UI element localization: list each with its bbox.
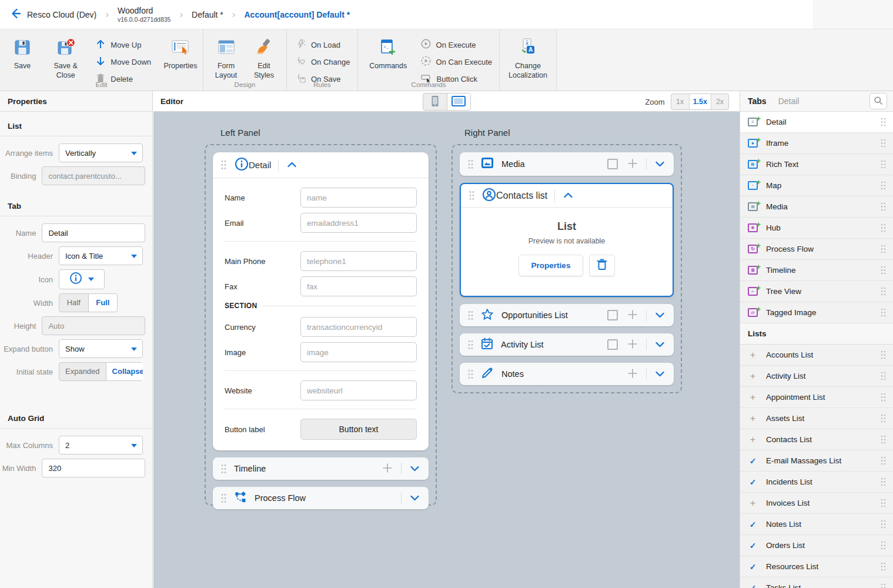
drag-handle-icon[interactable]	[881, 266, 886, 275]
tab-item[interactable]: ✳ + Hub	[740, 218, 893, 239]
expand-button[interactable]	[653, 338, 667, 352]
select-checkbox[interactable]	[607, 310, 618, 320]
tab-item[interactable]: ▱ + Tagged Image	[740, 302, 893, 323]
back-button[interactable]	[5, 4, 26, 25]
list-item[interactable]: + Activity List	[740, 366, 893, 387]
contacts-delete-button[interactable]	[589, 255, 615, 276]
collapse-button[interactable]	[285, 158, 299, 172]
notes-card[interactable]: Notes	[460, 363, 674, 385]
initial-state-expanded[interactable]: Expanded	[59, 362, 106, 381]
properties-button[interactable]: Properties	[163, 35, 198, 74]
max-columns-select[interactable]: 2	[59, 436, 143, 455]
breadcrumb-item[interactable]: Default *	[192, 10, 223, 19]
expand-button[interactable]	[653, 157, 667, 171]
list-item[interactable]: + Appointment List	[740, 387, 893, 408]
drag-handle-icon[interactable]	[221, 160, 226, 170]
contacts-list-card[interactable]: Contacts list List Preview is not availa…	[460, 183, 674, 297]
tabs-search-input[interactable]: Detail	[778, 96, 869, 106]
list-item[interactable]: ✓ Resources List	[740, 556, 893, 577]
tabs-search-button[interactable]	[869, 93, 887, 109]
select-checkbox[interactable]	[607, 159, 618, 169]
drag-handle-icon[interactable]	[881, 160, 886, 169]
drag-handle-icon[interactable]	[881, 287, 886, 296]
drag-handle-icon[interactable]	[468, 159, 473, 169]
add-button[interactable]	[626, 309, 639, 322]
tab-item[interactable]: ↻ + Process Flow	[740, 239, 893, 260]
drag-handle-icon[interactable]	[881, 499, 886, 507]
form-button-preview[interactable]: Button text	[300, 419, 417, 440]
commands-button[interactable]: >_ Commands	[366, 35, 410, 74]
expand-button[interactable]	[653, 308, 667, 322]
binding-input[interactable]: contact.parentcusto...	[42, 166, 145, 185]
breadcrumb-active[interactable]: Account[account] Default *	[244, 10, 350, 19]
form-layout-button[interactable]: Form Layout	[208, 35, 244, 82]
detail-card-header[interactable]: Detail	[213, 152, 429, 178]
list-item[interactable]: ✓ Tasks List	[740, 577, 893, 588]
drag-handle-icon[interactable]	[881, 118, 886, 126]
add-button[interactable]	[626, 158, 639, 171]
save-close-button[interactable]: Save & Close	[45, 35, 86, 82]
currency-field[interactable]	[300, 317, 417, 337]
zoom-1-5x-button[interactable]: 1.5x	[689, 94, 711, 109]
arrange-items-select[interactable]: Vertically	[59, 143, 143, 162]
tab-item[interactable]: B + Rich Text	[740, 154, 893, 175]
drag-handle-icon[interactable]	[881, 181, 886, 190]
initial-state-collapsed[interactable]: Collapsed	[106, 362, 143, 381]
process-flow-card[interactable]: Process Flow	[213, 487, 429, 509]
website-field[interactable]	[300, 380, 417, 400]
name-field[interactable]	[300, 188, 417, 208]
on-load-button[interactable]: On Load	[294, 38, 353, 52]
list-item[interactable]: ✓ Notes List	[740, 514, 893, 535]
timeline-card[interactable]: Timeline	[213, 457, 429, 480]
drag-handle-icon[interactable]	[881, 414, 886, 423]
fax-field[interactable]	[300, 276, 417, 296]
width-option-full[interactable]: Full	[89, 293, 118, 312]
name-input[interactable]	[42, 223, 145, 242]
left-panel-dropzone[interactable]: Detail Name	[205, 144, 437, 506]
expand-button-select[interactable]: Show	[59, 339, 143, 358]
collapse-button[interactable]	[561, 189, 575, 203]
expand-button[interactable]	[653, 367, 667, 381]
drag-handle-icon[interactable]	[468, 340, 473, 350]
add-button[interactable]	[626, 338, 639, 351]
breadcrumb-app[interactable]: Resco Cloud (Dev)	[27, 10, 96, 19]
drag-handle-icon[interactable]	[468, 369, 473, 379]
drag-handle-icon[interactable]	[881, 308, 886, 317]
on-execute-button[interactable]: On Execute	[419, 38, 494, 52]
edit-styles-button[interactable]: Edit Styles	[246, 35, 282, 82]
drag-handle-icon[interactable]	[221, 464, 226, 474]
add-button[interactable]	[626, 368, 639, 380]
drag-handle-icon[interactable]	[881, 520, 886, 529]
editor-canvas[interactable]: Left Panel Right Panel Detail	[153, 112, 740, 588]
drag-handle-icon[interactable]	[881, 541, 886, 550]
add-button[interactable]	[381, 462, 394, 475]
tab-item[interactable]: ≡ + Detail	[740, 112, 893, 133]
drag-handle-icon[interactable]	[881, 223, 886, 232]
zoom-2x-button[interactable]: 2x	[711, 94, 728, 109]
main-phone-field[interactable]	[300, 251, 417, 271]
drag-handle-icon[interactable]	[881, 393, 886, 402]
list-item[interactable]: ✓ Orders List	[740, 535, 893, 556]
select-checkbox[interactable]	[607, 339, 618, 350]
email-field[interactable]	[300, 213, 417, 233]
list-item[interactable]: + Contacts List	[740, 429, 893, 450]
drag-handle-icon[interactable]	[881, 202, 886, 211]
list-item[interactable]: + Assets List	[740, 408, 893, 429]
tab-item[interactable]: ● + Iframe	[740, 133, 893, 154]
drag-handle-icon[interactable]	[881, 477, 886, 486]
on-change-button[interactable]: On Change	[294, 55, 353, 69]
phone-view-button[interactable]	[423, 93, 447, 110]
header-select[interactable]: Icon & Title	[59, 246, 143, 265]
min-width-input[interactable]	[42, 459, 145, 477]
drag-handle-icon[interactable]	[881, 583, 886, 588]
move-up-button[interactable]: Move Up	[93, 38, 153, 52]
breadcrumb-project[interactable]: Woodford v16.0.0-d271dd835	[118, 6, 171, 22]
drag-handle-icon[interactable]	[468, 310, 473, 320]
list-item[interactable]: ✓ Incidents List	[740, 472, 893, 493]
on-can-execute-button[interactable]: On Can Execute	[419, 55, 494, 69]
expand-button[interactable]	[407, 462, 422, 476]
contacts-card-header[interactable]: Contacts list	[461, 184, 673, 208]
right-panel-dropzone[interactable]: Media	[451, 144, 682, 393]
drag-handle-icon[interactable]	[881, 562, 886, 571]
drag-handle-icon[interactable]	[469, 191, 474, 201]
